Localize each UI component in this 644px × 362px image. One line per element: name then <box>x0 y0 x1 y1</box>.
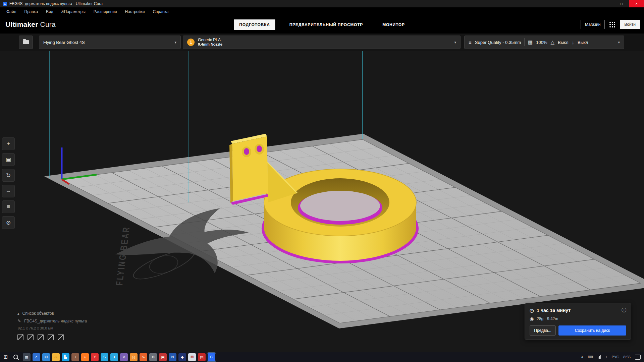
stage-tabs: ПОДГОТОВКА ПРЕДВАРИТЕЛЬНЫЙ ПРОСМОТР МОНИ… <box>234 19 410 30</box>
per-model-settings-icon[interactable]: ≡ <box>2 200 15 213</box>
object-name[interactable]: FBG4S_держатель яндекс пульта <box>24 319 87 323</box>
support-icon: △ <box>550 39 554 45</box>
camera-view-presets <box>17 334 87 340</box>
plate-brand-text: FLYING BEAR <box>114 226 132 286</box>
cura-logo: Ultimaker Cura <box>5 20 56 28</box>
menu-file[interactable]: Файл <box>3 8 20 15</box>
print-time: 1 час 16 минут <box>537 308 571 313</box>
printer-selector[interactable]: Flying Bear Ghost 4S ▾ <box>39 36 181 49</box>
sign-in-button[interactable]: Войти <box>620 20 640 29</box>
clock-icon: ◷ <box>530 308 534 313</box>
menu-preferences[interactable]: Настройки <box>121 8 149 15</box>
menu-help[interactable]: Справка <box>149 8 172 15</box>
save-to-disk-button[interactable]: Сохранить на диск <box>558 325 626 336</box>
menu-extensions[interactable]: Расширения <box>90 8 121 15</box>
maximize-icon[interactable]: □ <box>614 0 629 7</box>
taskbar-app-icon[interactable]: ◗ <box>81 353 89 361</box>
view-front-icon[interactable] <box>28 334 34 340</box>
rotate-tool-icon[interactable]: ↻ <box>2 169 15 182</box>
main-header: Ultimaker Cura ПОДГОТОВКА ПРЕДВАРИТЕЛЬНЫ… <box>0 16 644 34</box>
tab-prepare[interactable]: ПОДГОТОВКА <box>234 19 275 30</box>
clock-time[interactable]: 8:55 <box>624 355 631 359</box>
preview-button[interactable]: Предва... <box>530 325 556 336</box>
taskbar-app-icon[interactable]: C <box>208 353 215 361</box>
taskbar-app-icon[interactable]: ∿ <box>140 353 147 361</box>
close-icon[interactable]: × <box>629 0 644 7</box>
window-title: FBG4S_держатель яндекс пульта - Ultimake… <box>9 1 103 6</box>
spool-icon: ◉ <box>530 316 534 321</box>
taskbar-app-icon[interactable]: ▣ <box>159 353 167 361</box>
move-tool-icon[interactable]: + <box>2 137 15 150</box>
print-settings-selector[interactable]: ≡ Super Quality - 0.35mm ▦ 100% △ Выкл ↓… <box>464 36 624 49</box>
system-tray: ∧ ⌨ ♪ РУС 8:55 <box>581 355 644 360</box>
taskbar-app-icon[interactable]: ⚄ <box>188 353 196 361</box>
notification-center-icon[interactable] <box>635 355 641 360</box>
print-info-panel: ◷ 1 час 16 минут ⓘ ◉ 28g · 9.42m Предва.… <box>525 303 631 340</box>
tab-monitor[interactable]: МОНИТОР <box>377 19 410 30</box>
support-value: Выкл <box>558 40 568 45</box>
menu-settings-params[interactable]: &Параметры <box>58 8 89 15</box>
hole-floor <box>300 191 380 221</box>
material-selector[interactable]: 1 Generic PLA 0.4mm Nozzle ▾ <box>183 36 461 49</box>
taskbar-app-icon[interactable]: ✉ <box>42 353 50 361</box>
taskbar-app-icon[interactable]: e <box>33 353 40 361</box>
start-button-icon[interactable]: ⊞ <box>0 354 11 360</box>
window-controls: – □ × <box>599 0 644 7</box>
taskbar-app-icon[interactable]: ⚙ <box>149 353 157 361</box>
folder-icon <box>23 40 29 44</box>
taskbar-app-icon[interactable]: ▤ <box>198 353 206 361</box>
infill-icon: ▦ <box>528 39 533 45</box>
language-indicator[interactable]: РУС <box>612 355 619 359</box>
object-list-title[interactable]: Список объектов <box>22 311 54 316</box>
taskbar-app-icon[interactable]: Y <box>91 353 99 361</box>
menu-view[interactable]: Вид <box>42 8 57 15</box>
separator <box>524 38 525 46</box>
view-top-icon[interactable] <box>38 334 44 340</box>
minimize-icon[interactable]: – <box>599 0 614 7</box>
chevron-down-icon: ▾ <box>174 40 176 45</box>
chevron-down-icon: ▾ <box>618 40 620 45</box>
applications-grid-icon[interactable] <box>609 22 615 27</box>
tab-preview[interactable]: ПРЕДВАРИТЕЛЬНЫЙ ПРОСМОТР <box>284 19 368 30</box>
taskbar-app-icon[interactable]: ◎ <box>130 353 138 361</box>
taskbar-app-icon[interactable]: ▱ <box>52 353 60 361</box>
taskbar-app-icon[interactable]: S <box>101 353 108 361</box>
taskbar-app-icon[interactable]: V <box>120 353 128 361</box>
adhesion-icon: ↓ <box>572 40 574 45</box>
windows-taskbar: ⊞ ▦e✉▱▙♪◗YS✈V◎∿⚙▣N◆⚄▤C ∧ ⌨ ♪ РУС 8:55 <box>0 352 644 362</box>
view-3d-icon[interactable] <box>17 334 23 340</box>
object-dimensions: 92.1 x 76.2 x 30.0 мм <box>18 326 87 330</box>
taskbar-app-icon[interactable]: ✈ <box>110 353 118 361</box>
info-icon[interactable]: ⓘ <box>622 307 626 313</box>
object-list: ▴ Список объектов ✎ FBG4S_держатель янде… <box>17 311 87 340</box>
viewport-3d[interactable]: FLYING BEAR <box>0 51 644 352</box>
taskbar-apps: ▦e✉▱▙♪◗YS✈V◎∿⚙▣N◆⚄▤C <box>23 353 215 361</box>
taskbar-app-icon[interactable]: N <box>169 353 176 361</box>
taskbar-app-icon[interactable]: ♪ <box>71 353 79 361</box>
marketplace-button[interactable]: Магазин <box>581 20 605 29</box>
taskbar-app-icon[interactable]: ◆ <box>178 353 186 361</box>
support-blocker-icon[interactable]: ⊘ <box>2 216 15 229</box>
printer-name: Flying Bear Ghost 4S <box>43 40 85 45</box>
keyboard-icon[interactable]: ⌨ <box>588 355 593 359</box>
logo-light: Cura <box>40 20 56 28</box>
scale-tool-icon[interactable]: ▣ <box>2 153 15 166</box>
mirror-tool-icon[interactable]: ⇔ <box>2 185 15 197</box>
taskbar-app-icon[interactable]: ▙ <box>62 353 69 361</box>
search-icon[interactable] <box>13 355 18 359</box>
view-right-icon[interactable] <box>58 334 64 340</box>
menu-edit[interactable]: Правка <box>21 8 42 15</box>
view-left-icon[interactable] <box>48 334 54 340</box>
volume-icon[interactable]: ♪ <box>605 355 607 359</box>
profile-sliders-icon: ≡ <box>469 40 472 45</box>
menu-bar: Файл Правка Вид &Параметры Расширения На… <box>0 7 644 16</box>
material-usage: 28g · 9.42m <box>537 316 558 321</box>
object-icon: ✎ <box>17 318 21 323</box>
taskbar-app-icon[interactable]: ▦ <box>23 353 31 361</box>
collapse-icon[interactable]: ▴ <box>17 311 19 316</box>
mount-hole <box>244 148 249 155</box>
open-file-button[interactable] <box>19 36 33 49</box>
tray-expand-icon[interactable]: ∧ <box>581 355 584 359</box>
tool-column: + ▣ ↻ ⇔ ≡ ⊘ <box>2 137 15 229</box>
network-icon[interactable] <box>598 355 601 359</box>
